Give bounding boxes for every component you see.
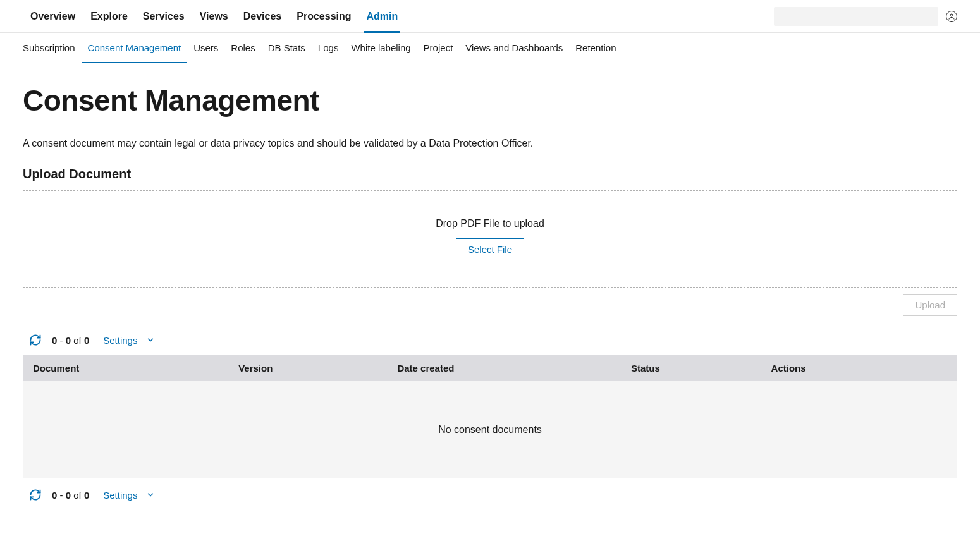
select-file-button[interactable]: Select File bbox=[456, 238, 524, 260]
pager-of: of bbox=[73, 335, 84, 346]
pager-total: 0 bbox=[84, 490, 89, 501]
user-label-redacted bbox=[774, 7, 938, 26]
svg-point-0 bbox=[950, 14, 953, 16]
nav-admin[interactable]: Admin bbox=[359, 0, 406, 33]
pager-bottom: 0 - 0 of 0 bbox=[52, 490, 89, 501]
pager-to: 0 bbox=[66, 490, 71, 501]
table-controls-top: 0 - 0 of 0 Settings bbox=[23, 329, 957, 355]
nav-processing[interactable]: Processing bbox=[289, 0, 358, 33]
subnav-users[interactable]: Users bbox=[187, 33, 224, 63]
pager-from: 0 bbox=[52, 335, 57, 346]
user-icon[interactable] bbox=[946, 11, 957, 22]
page-description: A consent document may contain legal or … bbox=[23, 138, 957, 149]
nav-services[interactable]: Services bbox=[135, 0, 192, 33]
empty-text: No consent documents bbox=[438, 424, 542, 435]
nav-devices[interactable]: Devices bbox=[236, 0, 290, 33]
pager-total: 0 bbox=[84, 335, 89, 346]
subnav-logs[interactable]: Logs bbox=[312, 33, 345, 63]
subnav-db-stats[interactable]: DB Stats bbox=[262, 33, 312, 63]
secondary-nav: Subscription Consent Management Users Ro… bbox=[0, 33, 980, 63]
col-date-created: Date created bbox=[387, 355, 621, 381]
settings-label: Settings bbox=[103, 335, 137, 346]
col-actions: Actions bbox=[761, 355, 957, 381]
file-dropzone[interactable]: Drop PDF File to upload Select File bbox=[23, 190, 957, 288]
subnav-subscription[interactable]: Subscription bbox=[23, 33, 82, 63]
nav-right bbox=[774, 7, 957, 26]
col-version: Version bbox=[228, 355, 387, 381]
table-header: Document Version Date created Status Act… bbox=[23, 355, 957, 381]
table-controls-bottom: 0 - 0 of 0 Settings bbox=[23, 478, 957, 510]
col-document: Document bbox=[23, 355, 228, 381]
subnav-white-labeling[interactable]: White labeling bbox=[345, 33, 417, 63]
documents-table: Document Version Date created Status Act… bbox=[23, 355, 957, 478]
refresh-icon[interactable] bbox=[29, 489, 42, 501]
refresh-icon[interactable] bbox=[29, 334, 42, 346]
subnav-consent-management[interactable]: Consent Management bbox=[82, 33, 188, 63]
table-empty-body: No consent documents bbox=[23, 381, 957, 478]
subnav-project[interactable]: Project bbox=[417, 33, 460, 63]
page-title: Consent Management bbox=[23, 83, 957, 118]
main-content: Consent Management A consent document ma… bbox=[0, 63, 980, 525]
pager-top: 0 - 0 of 0 bbox=[52, 335, 89, 346]
settings-toggle-top[interactable]: Settings bbox=[103, 335, 155, 346]
dropzone-text: Drop PDF File to upload bbox=[436, 218, 544, 229]
pager-sep: - bbox=[60, 335, 66, 346]
pager-of: of bbox=[73, 490, 84, 501]
primary-nav: Overview Explore Services Views Devices … bbox=[0, 0, 980, 33]
settings-toggle-bottom[interactable]: Settings bbox=[103, 490, 155, 501]
upload-heading: Upload Document bbox=[23, 167, 957, 181]
nav-views[interactable]: Views bbox=[192, 0, 236, 33]
subnav-retention[interactable]: Retention bbox=[569, 33, 622, 63]
col-status: Status bbox=[621, 355, 761, 381]
subnav-views-dashboards[interactable]: Views and Dashboards bbox=[459, 33, 569, 63]
upload-row: Upload bbox=[23, 294, 957, 316]
nav-overview[interactable]: Overview bbox=[23, 0, 83, 33]
upload-button[interactable]: Upload bbox=[903, 294, 957, 316]
settings-label: Settings bbox=[103, 490, 137, 501]
pager-sep: - bbox=[60, 490, 66, 501]
pager-to: 0 bbox=[66, 335, 71, 346]
subnav-roles[interactable]: Roles bbox=[224, 33, 261, 63]
nav-explore[interactable]: Explore bbox=[83, 0, 135, 33]
chevron-down-icon bbox=[146, 490, 155, 499]
pager-from: 0 bbox=[52, 490, 57, 501]
chevron-down-icon bbox=[146, 336, 155, 344]
